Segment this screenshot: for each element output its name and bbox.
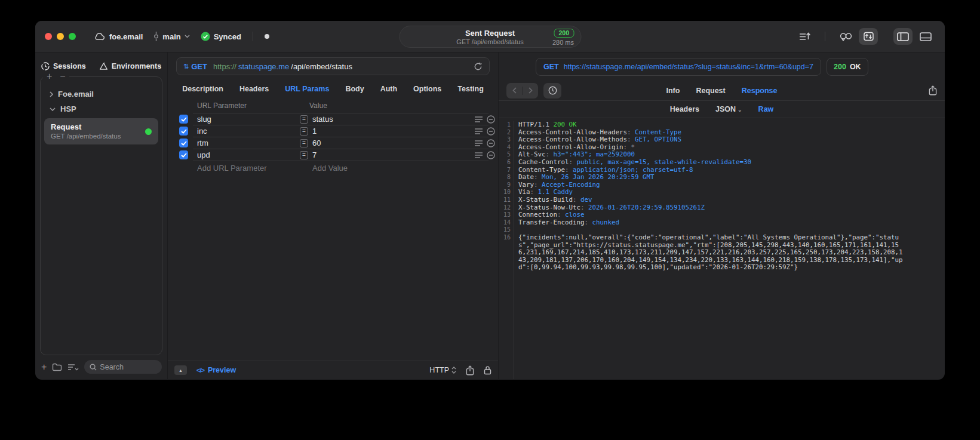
add-value-placeholder[interactable]: Add Value xyxy=(312,164,348,173)
column-header-name: URL Parameter xyxy=(197,101,247,110)
tab-info[interactable]: Info xyxy=(666,87,680,95)
console-toggle-icon[interactable]: ▲ xyxy=(174,365,187,375)
minimize-button[interactable] xyxy=(57,33,64,40)
equals-icon: = xyxy=(300,139,308,147)
remove-param-icon[interactable] xyxy=(487,151,495,159)
add-request-button[interactable]: + xyxy=(41,363,47,371)
request-status-capsule[interactable]: Sent Request GET /api/embed/status 200 2… xyxy=(399,26,581,48)
branch-icon xyxy=(153,31,159,42)
param-row[interactable]: inc = 1 xyxy=(168,125,498,137)
add-param-row[interactable]: Add URL Parameter Add Value xyxy=(168,161,498,176)
sort-options-icon[interactable] xyxy=(67,364,79,371)
environments-icon xyxy=(99,62,108,70)
tree-group-hsp[interactable]: HSP xyxy=(41,101,162,116)
tab-sessions[interactable]: Sessions xyxy=(41,62,86,70)
tree-group-foe-email[interactable]: Foe.email xyxy=(41,87,162,101)
param-name[interactable]: rtm xyxy=(197,139,208,147)
project-name[interactable]: foe.email xyxy=(109,32,143,41)
tab-url-params[interactable]: URL Params xyxy=(285,85,329,93)
subtab-raw[interactable]: Raw xyxy=(758,105,774,113)
tab-environments[interactable]: Environments xyxy=(99,62,161,70)
sync-status[interactable]: Synced xyxy=(201,32,241,41)
tab-options[interactable]: Options xyxy=(413,85,441,93)
line-number: 16 xyxy=(499,234,511,242)
param-value[interactable]: status xyxy=(312,115,333,124)
request-method[interactable]: GET xyxy=(191,62,207,71)
close-button[interactable] xyxy=(45,33,52,40)
tab-request[interactable]: Request xyxy=(696,87,725,95)
sessions-container: Foe.email HSP Request GET /api/embed/sta… xyxy=(40,76,162,355)
tab-description[interactable]: Description xyxy=(182,85,223,93)
remove-param-icon[interactable] xyxy=(487,115,495,124)
add-param-placeholder[interactable]: Add URL Parameter xyxy=(197,164,267,173)
tab-auth[interactable]: Auth xyxy=(380,85,397,93)
url-host: statuspage.me xyxy=(238,62,289,71)
transfer-icon[interactable] xyxy=(859,28,878,45)
share-icon[interactable] xyxy=(466,365,474,376)
preview-button[interactable]: </> Preview xyxy=(196,366,236,374)
remove-param-icon[interactable] xyxy=(487,127,495,136)
param-checkbox[interactable] xyxy=(179,127,188,136)
subtab-headers[interactable]: Headers xyxy=(670,105,699,113)
line-number: 13 xyxy=(499,211,511,219)
request-editor-panel: ⇅ GET https://statuspage.me/api/embed/st… xyxy=(168,53,499,379)
titlebar: foe.email main Synced Sent Request xyxy=(35,21,945,53)
url-path: /api/embed/status xyxy=(291,62,352,71)
lock-icon[interactable] xyxy=(484,365,491,375)
toggle-bottom-panel-icon[interactable] xyxy=(916,28,935,45)
request-list-item[interactable]: Request GET /api/embed/status xyxy=(44,118,158,144)
request-url-bar[interactable]: ⇅ GET https://statuspage.me/api/embed/st… xyxy=(176,57,490,75)
request-editor-tabs: DescriptionHeadersURL ParamsBodyAuthOpti… xyxy=(168,80,498,98)
param-name[interactable]: upd xyxy=(197,150,210,159)
reorder-icon[interactable] xyxy=(475,128,483,136)
sync-loop-icon[interactable] xyxy=(836,28,855,45)
param-value[interactable]: 60 xyxy=(312,139,321,147)
line-number: 3 xyxy=(499,136,511,144)
tab-body[interactable]: Body xyxy=(345,85,364,93)
search-field[interactable] xyxy=(84,360,162,374)
reorder-icon[interactable] xyxy=(475,140,483,147)
remove-param-icon[interactable] xyxy=(487,139,495,147)
tab-response[interactable]: Response xyxy=(742,87,778,95)
response-url-bar[interactable]: GET https://statuspage.me/api/embed/stat… xyxy=(536,58,821,76)
http-scheme-selector[interactable]: HTTP xyxy=(429,366,456,374)
tab-headers[interactable]: Headers xyxy=(239,85,269,93)
add-session-button[interactable]: + xyxy=(47,72,52,81)
method-picker-icon[interactable]: ⇅ xyxy=(183,63,189,70)
reorder-icon[interactable] xyxy=(475,152,483,159)
search-icon xyxy=(90,364,97,371)
param-name[interactable]: slug xyxy=(197,115,211,124)
duration-label: 280 ms xyxy=(552,39,574,46)
line-number: 6 xyxy=(499,159,511,167)
line-number: 14 xyxy=(499,219,511,227)
preview-label: Preview xyxy=(208,366,236,374)
param-row[interactable]: slug = status xyxy=(168,113,498,125)
chevron-down-icon xyxy=(50,107,56,111)
line-number: 15 xyxy=(499,226,511,234)
param-row[interactable]: upd = 7 xyxy=(168,149,498,161)
zoom-button[interactable] xyxy=(69,33,76,40)
refresh-icon[interactable] xyxy=(474,62,483,71)
sync-check-icon xyxy=(201,32,210,41)
requests-list-icon[interactable] xyxy=(795,28,814,45)
new-group-icon[interactable] xyxy=(52,363,62,371)
param-value[interactable]: 1 xyxy=(312,127,317,136)
param-checkbox[interactable] xyxy=(179,150,188,159)
param-name[interactable]: inc xyxy=(197,127,207,136)
search-input[interactable] xyxy=(100,363,156,371)
toggle-left-panel-icon[interactable] xyxy=(893,28,913,45)
param-checkbox[interactable] xyxy=(179,139,188,147)
reorder-icon[interactable] xyxy=(475,116,483,124)
tab-testing[interactable]: Testing xyxy=(457,85,484,93)
clock-icon xyxy=(41,62,50,70)
remove-session-button[interactable]: − xyxy=(60,72,65,81)
sync-label: Synced xyxy=(214,32,241,41)
subtab-json[interactable]: JSON⌄ xyxy=(715,105,742,113)
response-status-code: 200 xyxy=(834,63,846,71)
param-value[interactable]: 7 xyxy=(312,150,317,159)
line-number: 11 xyxy=(499,196,511,204)
param-checkbox[interactable] xyxy=(179,115,188,124)
updown-stepper-icon xyxy=(451,367,456,374)
branch-selector[interactable]: main xyxy=(153,31,189,42)
param-row[interactable]: rtm = 60 xyxy=(168,137,498,149)
